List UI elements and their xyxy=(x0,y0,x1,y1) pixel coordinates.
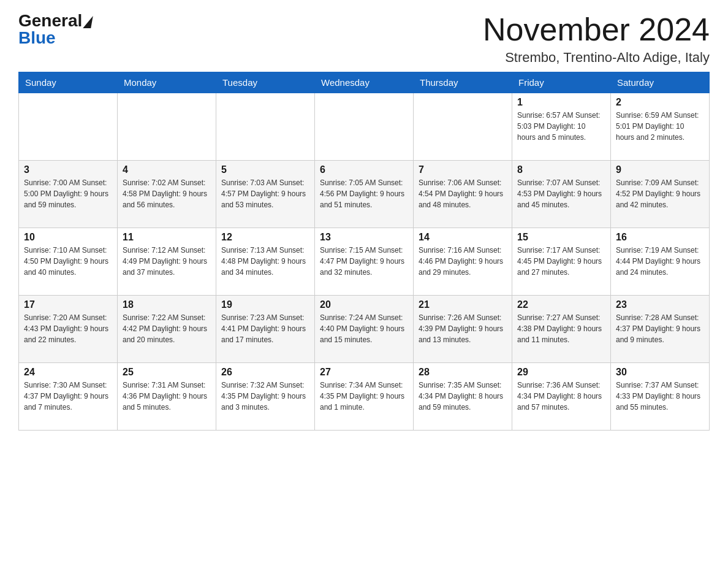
day-number: 30 xyxy=(616,367,704,378)
calendar-cell: 15Sunrise: 7:17 AM Sunset: 4:45 PM Dayli… xyxy=(512,228,611,296)
day-info: Sunrise: 7:32 AM Sunset: 4:35 PM Dayligh… xyxy=(221,380,309,413)
day-number: 20 xyxy=(320,299,408,310)
location-text: Strembo, Trentino-Alto Adige, Italy xyxy=(483,50,710,66)
day-info: Sunrise: 7:06 AM Sunset: 4:54 PM Dayligh… xyxy=(419,177,507,210)
day-info: Sunrise: 7:22 AM Sunset: 4:42 PM Dayligh… xyxy=(123,312,211,345)
day-number: 9 xyxy=(616,164,704,175)
calendar-cell: 6Sunrise: 7:05 AM Sunset: 4:56 PM Daylig… xyxy=(315,161,414,228)
calendar-cell: 10Sunrise: 7:10 AM Sunset: 4:50 PM Dayli… xyxy=(19,228,118,296)
calendar-cell: 29Sunrise: 7:36 AM Sunset: 4:34 PM Dayli… xyxy=(512,363,611,431)
day-info: Sunrise: 7:05 AM Sunset: 4:56 PM Dayligh… xyxy=(320,177,408,210)
day-number: 18 xyxy=(123,299,211,310)
calendar-cell: 25Sunrise: 7:31 AM Sunset: 4:36 PM Dayli… xyxy=(118,363,216,431)
day-number: 15 xyxy=(517,232,605,243)
day-info: Sunrise: 7:00 AM Sunset: 5:00 PM Dayligh… xyxy=(24,177,112,210)
day-info: Sunrise: 7:17 AM Sunset: 4:45 PM Dayligh… xyxy=(517,245,605,278)
calendar-cell: 2Sunrise: 6:59 AM Sunset: 5:01 PM Daylig… xyxy=(611,93,710,161)
calendar-cell xyxy=(19,93,118,161)
day-number: 23 xyxy=(616,299,704,310)
day-info: Sunrise: 7:31 AM Sunset: 4:36 PM Dayligh… xyxy=(123,380,211,413)
header-wednesday: Wednesday xyxy=(315,72,414,93)
day-number: 27 xyxy=(320,367,408,378)
header-tuesday: Tuesday xyxy=(216,72,315,93)
day-number: 29 xyxy=(517,367,605,378)
calendar-cell: 3Sunrise: 7:00 AM Sunset: 5:00 PM Daylig… xyxy=(19,161,118,228)
day-info: Sunrise: 7:27 AM Sunset: 4:38 PM Dayligh… xyxy=(517,312,605,345)
week-row-5: 24Sunrise: 7:30 AM Sunset: 4:37 PM Dayli… xyxy=(19,363,710,431)
calendar-table: Sunday Monday Tuesday Wednesday Thursday… xyxy=(18,72,710,431)
calendar-cell xyxy=(315,93,414,161)
day-number: 16 xyxy=(616,232,704,243)
week-row-1: 1Sunrise: 6:57 AM Sunset: 5:03 PM Daylig… xyxy=(19,93,710,161)
day-number: 10 xyxy=(24,232,112,243)
day-info: Sunrise: 7:13 AM Sunset: 4:48 PM Dayligh… xyxy=(221,245,309,278)
day-info: Sunrise: 7:34 AM Sunset: 4:35 PM Dayligh… xyxy=(320,380,408,413)
calendar-cell: 27Sunrise: 7:34 AM Sunset: 4:35 PM Dayli… xyxy=(315,363,414,431)
calendar-cell xyxy=(118,93,216,161)
week-row-4: 17Sunrise: 7:20 AM Sunset: 4:43 PM Dayli… xyxy=(19,296,710,363)
calendar-cell: 13Sunrise: 7:15 AM Sunset: 4:47 PM Dayli… xyxy=(315,228,414,296)
day-info: Sunrise: 7:30 AM Sunset: 4:37 PM Dayligh… xyxy=(24,380,112,413)
day-number: 2 xyxy=(616,97,704,108)
calendar-cell: 20Sunrise: 7:24 AM Sunset: 4:40 PM Dayli… xyxy=(315,296,414,363)
header-sunday: Sunday xyxy=(19,72,118,93)
logo: General Blue xyxy=(18,12,92,47)
calendar-cell: 14Sunrise: 7:16 AM Sunset: 4:46 PM Dayli… xyxy=(414,228,512,296)
week-row-2: 3Sunrise: 7:00 AM Sunset: 5:00 PM Daylig… xyxy=(19,161,710,228)
calendar-cell: 8Sunrise: 7:07 AM Sunset: 4:53 PM Daylig… xyxy=(512,161,611,228)
day-number: 26 xyxy=(221,367,309,378)
day-number: 13 xyxy=(320,232,408,243)
title-section: November 2024 Strembo, Trentino-Alto Adi… xyxy=(483,12,710,66)
month-title: November 2024 xyxy=(483,12,710,47)
week-row-3: 10Sunrise: 7:10 AM Sunset: 4:50 PM Dayli… xyxy=(19,228,710,296)
calendar-cell: 24Sunrise: 7:30 AM Sunset: 4:37 PM Dayli… xyxy=(19,363,118,431)
day-number: 14 xyxy=(419,232,507,243)
calendar-cell: 18Sunrise: 7:22 AM Sunset: 4:42 PM Dayli… xyxy=(118,296,216,363)
day-number: 17 xyxy=(24,299,112,310)
header-saturday: Saturday xyxy=(611,72,710,93)
day-number: 21 xyxy=(419,299,507,310)
day-info: Sunrise: 7:10 AM Sunset: 4:50 PM Dayligh… xyxy=(24,245,112,278)
calendar-cell: 26Sunrise: 7:32 AM Sunset: 4:35 PM Dayli… xyxy=(216,363,315,431)
day-info: Sunrise: 7:07 AM Sunset: 4:53 PM Dayligh… xyxy=(517,177,605,210)
calendar-cell: 23Sunrise: 7:28 AM Sunset: 4:37 PM Dayli… xyxy=(611,296,710,363)
day-info: Sunrise: 6:57 AM Sunset: 5:03 PM Dayligh… xyxy=(517,110,605,143)
calendar-cell: 28Sunrise: 7:35 AM Sunset: 4:34 PM Dayli… xyxy=(414,363,512,431)
day-info: Sunrise: 7:09 AM Sunset: 4:52 PM Dayligh… xyxy=(616,177,704,210)
calendar-cell xyxy=(216,93,315,161)
day-info: Sunrise: 7:24 AM Sunset: 4:40 PM Dayligh… xyxy=(320,312,408,345)
day-info: Sunrise: 7:20 AM Sunset: 4:43 PM Dayligh… xyxy=(24,312,112,345)
calendar-cell: 17Sunrise: 7:20 AM Sunset: 4:43 PM Dayli… xyxy=(19,296,118,363)
calendar-cell: 9Sunrise: 7:09 AM Sunset: 4:52 PM Daylig… xyxy=(611,161,710,228)
day-info: Sunrise: 6:59 AM Sunset: 5:01 PM Dayligh… xyxy=(616,110,704,143)
day-number: 22 xyxy=(517,299,605,310)
day-info: Sunrise: 7:03 AM Sunset: 4:57 PM Dayligh… xyxy=(221,177,309,210)
calendar-cell: 4Sunrise: 7:02 AM Sunset: 4:58 PM Daylig… xyxy=(118,161,216,228)
calendar-cell: 21Sunrise: 7:26 AM Sunset: 4:39 PM Dayli… xyxy=(414,296,512,363)
day-number: 4 xyxy=(123,164,211,175)
calendar-cell: 16Sunrise: 7:19 AM Sunset: 4:44 PM Dayli… xyxy=(611,228,710,296)
day-info: Sunrise: 7:37 AM Sunset: 4:33 PM Dayligh… xyxy=(616,380,704,413)
day-info: Sunrise: 7:12 AM Sunset: 4:49 PM Dayligh… xyxy=(123,245,211,278)
logo-blue-text: Blue xyxy=(18,29,56,47)
calendar-cell: 19Sunrise: 7:23 AM Sunset: 4:41 PM Dayli… xyxy=(216,296,315,363)
day-info: Sunrise: 7:15 AM Sunset: 4:47 PM Dayligh… xyxy=(320,245,408,278)
header-friday: Friday xyxy=(512,72,611,93)
day-number: 12 xyxy=(221,232,309,243)
calendar-cell xyxy=(414,93,512,161)
calendar-cell: 30Sunrise: 7:37 AM Sunset: 4:33 PM Dayli… xyxy=(611,363,710,431)
day-info: Sunrise: 7:16 AM Sunset: 4:46 PM Dayligh… xyxy=(419,245,507,278)
day-info: Sunrise: 7:02 AM Sunset: 4:58 PM Dayligh… xyxy=(123,177,211,210)
day-number: 6 xyxy=(320,164,408,175)
day-number: 5 xyxy=(221,164,309,175)
calendar-cell: 22Sunrise: 7:27 AM Sunset: 4:38 PM Dayli… xyxy=(512,296,611,363)
calendar-cell: 5Sunrise: 7:03 AM Sunset: 4:57 PM Daylig… xyxy=(216,161,315,228)
day-number: 3 xyxy=(24,164,112,175)
day-info: Sunrise: 7:35 AM Sunset: 4:34 PM Dayligh… xyxy=(419,380,507,413)
day-info: Sunrise: 7:23 AM Sunset: 4:41 PM Dayligh… xyxy=(221,312,309,345)
day-number: 19 xyxy=(221,299,309,310)
day-number: 11 xyxy=(123,232,211,243)
header-thursday: Thursday xyxy=(414,72,512,93)
calendar-cell: 1Sunrise: 6:57 AM Sunset: 5:03 PM Daylig… xyxy=(512,93,611,161)
calendar-header-row: Sunday Monday Tuesday Wednesday Thursday… xyxy=(19,72,710,93)
